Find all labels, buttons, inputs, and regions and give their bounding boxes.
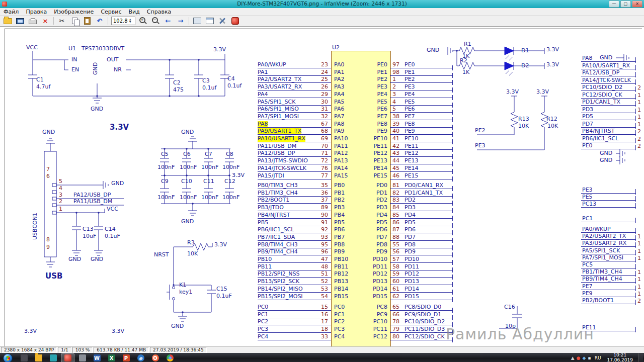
toolbar-fit-window-button[interactable] [191, 16, 203, 26]
schematic-label-3.3V: 3.3V [506, 89, 519, 95]
menu-item-Справка[interactable]: Справка [143, 9, 175, 15]
menu-item-Сервис[interactable]: Сервис [97, 9, 125, 15]
schematic-label-GND: GND [600, 157, 612, 163]
right-pin-number: 81 [392, 183, 399, 189]
minimize-button[interactable]: — [609, 1, 619, 8]
menu-item-Файл[interactable]: Файл [0, 9, 22, 15]
toolbar-undo-button[interactable]: ↶ [94, 16, 106, 26]
taskbar-app-1[interactable] [17, 353, 31, 362]
right-pin-net-label: PD3 [405, 205, 416, 211]
toolbar-next-button[interactable]: → [175, 16, 187, 26]
close-button[interactable]: × [632, 1, 642, 8]
left-pin-name: PB10 [334, 256, 348, 262]
left-pin-name: PB8 [334, 242, 345, 248]
taskbar-irfanview[interactable] [61, 353, 74, 362]
right-pin-number: 78 [392, 319, 399, 325]
schematic-canvas[interactable]: VCCU1TPS73033DBVTINOUTENNRGNDC14.7ufC247… [0, 27, 644, 346]
left-pin-number: 92 [303, 227, 328, 233]
net-stub [635, 65, 636, 70]
left-pin-number: 15 [303, 304, 328, 310]
net-label: PA14/JTCK-SWCLK [582, 77, 631, 83]
right-pin-name: PD5 [356, 220, 387, 226]
window-controls: —□× [609, 1, 644, 8]
right-pin-net-label: PD8 [405, 242, 416, 248]
toolbar-fullscreen-button[interactable] [204, 16, 216, 26]
net-wire [581, 90, 635, 91]
toolbar-prev-button[interactable]: ← [162, 16, 174, 26]
taskbar-powerpoint[interactable]: P [119, 353, 133, 362]
menu-item-Правка[interactable]: Правка [22, 9, 50, 15]
taskbar-app-3[interactable] [75, 353, 89, 362]
right-pin-net-label: PD6 [405, 227, 416, 233]
toolbar-copy-button[interactable] [68, 16, 80, 26]
toolbar-zoom-out-button[interactable]: − [149, 16, 162, 26]
maximize-button[interactable]: □ [620, 1, 631, 8]
connector-net-row: PC10/SDIO_D22 [581, 84, 644, 92]
left-pin-name: PA13 [334, 158, 348, 164]
show-desktop-button[interactable] [638, 353, 643, 362]
zoom-value-field[interactable] [112, 18, 129, 24]
tray-app-blue[interactable]: ◆ [583, 356, 586, 360]
left-pin-net-label: PB10 [258, 256, 272, 262]
net-label: PA0/WKUP [582, 226, 611, 232]
taskbar-word[interactable]: W [90, 353, 104, 362]
left-wire [258, 218, 331, 219]
taskbar-browser[interactable]: O [148, 353, 162, 362]
taskbar-ie[interactable]: e [134, 353, 147, 362]
u2-pin-row: PA14/JTCK-SWCLK76PA14PE1445PE14 [258, 165, 455, 173]
right-pin-name: PE2 [356, 76, 387, 82]
menu-item-Вид[interactable]: Вид [125, 9, 143, 15]
start-button[interactable] [3, 353, 13, 362]
taskbar-app-2[interactable] [46, 353, 60, 362]
schematic-label-C15: C15 [216, 286, 227, 292]
right-pin-name: PE15 [356, 173, 387, 179]
toolbar-paste-button[interactable] [81, 16, 93, 26]
left-pin-number: 72 [303, 158, 328, 164]
language-indicator[interactable]: RU [594, 355, 602, 360]
zoom-spinner[interactable]: ▲▼ [129, 19, 131, 24]
connector-pin-number: 1 [637, 114, 641, 120]
zoom-input[interactable]: ▲▼ [111, 17, 135, 25]
toolbar-slideshow-button[interactable] [14, 16, 26, 26]
menu-item-Изображение[interactable]: Изображение [50, 9, 97, 15]
toolbar-open-button[interactable] [2, 16, 14, 26]
taskbar-explorer[interactable] [32, 353, 45, 362]
right-pin-number: 86 [392, 220, 399, 226]
right-wire [390, 164, 452, 164]
connector-net-row: PC13 [581, 201, 644, 209]
toolbar-delete-button[interactable]: × [39, 16, 51, 26]
toolbar-settings-button[interactable] [216, 16, 228, 26]
left-pin-name: PA0 [334, 62, 344, 68]
taskbar-clock[interactable]: 10:21 17.06.2019 [604, 353, 635, 362]
right-pin-name: PD10 [356, 256, 387, 262]
net-label: PC5 [582, 262, 593, 268]
toolbar-cut-button[interactable]: ✂ [56, 16, 68, 26]
toolbar-about-button[interactable] [229, 16, 241, 26]
net-wire [581, 149, 635, 149]
left-wire [258, 285, 331, 285]
left-pin-number: 53 [303, 286, 328, 292]
right-pin-number: 2 [392, 84, 396, 90]
left-pin-name: PB11 [334, 264, 348, 270]
left-pin-net-label: PA1 [258, 69, 268, 75]
net-label: PB6/IIC1_SCL [582, 136, 618, 142]
net-label: PB2/BOOT1 [582, 298, 614, 304]
toolbar-zoom-in-button[interactable]: + [137, 16, 149, 26]
net-stub [635, 57, 636, 63]
taskbar-excel[interactable]: X [105, 353, 118, 362]
right-pin-name: PE1 [356, 69, 387, 75]
tray-app-white[interactable]: ▪ [588, 356, 591, 360]
right-pin-number: 62 [392, 294, 399, 300]
tray-app-red[interactable]: ● [577, 356, 581, 360]
left-pin-number: 71 [303, 150, 328, 156]
toolbar-print-button[interactable] [27, 16, 39, 26]
connector-pin-number: 1 [637, 121, 641, 128]
schematic-label-D2: D2 [521, 63, 529, 69]
schematic-label-0.1uF: 0.1uF [216, 293, 232, 299]
net-label: PE5 [582, 194, 593, 200]
taskbar-powerpoint-icon: P [123, 354, 130, 361]
connector-pin-number: 2 [637, 143, 641, 149]
hidden-icons[interactable]: ▲ [571, 356, 575, 360]
taskbar-chrome[interactable] [163, 353, 177, 362]
left-wire [258, 332, 331, 333]
